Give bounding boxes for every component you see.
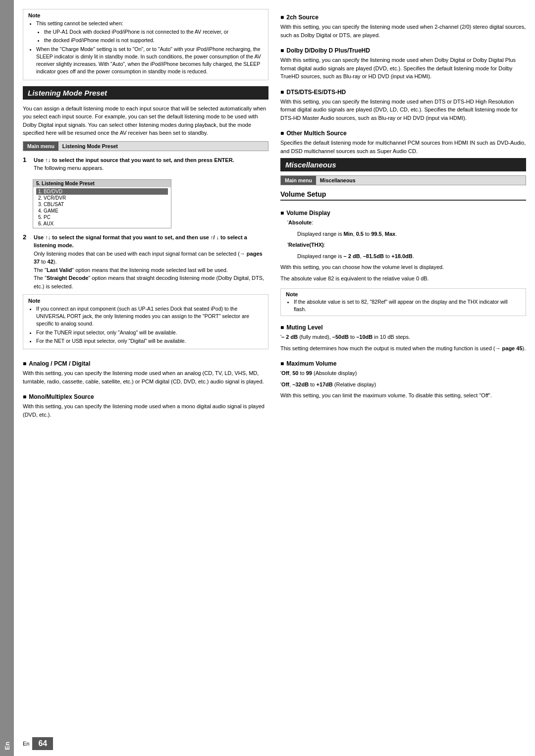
volume-display-extra: The absolute value 82 is equivalent to t…	[280, 274, 526, 283]
max-vol-option2: 'Off, –32dB to +17dB (Relative display)	[280, 380, 526, 389]
menu-item-3: 4. GAME	[36, 208, 168, 214]
menu-screen: 5. Listening Mode Preset 1. BD/DVD 2. VC…	[33, 179, 171, 228]
menu-screen-header: 5. Listening Mode Preset	[33, 180, 171, 187]
step2-note-list: If you connect an input component (such …	[28, 305, 263, 345]
dolby-d-heading: Dolby D/Dolby D Plus/TrueHD	[280, 47, 526, 54]
menu-item-0: 1. BD/DVD	[36, 188, 168, 195]
muting-level-body2: This setting determines how much the out…	[280, 344, 526, 353]
miscellaneous-title: Miscellaneous	[280, 158, 526, 171]
menu-bar-label: Main menu	[23, 142, 58, 151]
top-note-box: Note This setting cannot be selected whe…	[23, 9, 268, 80]
menu-item-5: 6. AUX	[36, 220, 168, 227]
content-area: Note This setting cannot be selected whe…	[14, 0, 535, 756]
menu-item-4: 5. PC	[36, 214, 168, 220]
analog-pcm-digital-heading: Analog / PCM / Digital	[23, 360, 268, 367]
sub-note-list: the UP-A1 Dock with docked iPod/iPhone i…	[36, 28, 263, 44]
mono-multiplex-heading: Mono/Multiplex Source	[23, 393, 268, 400]
right-column: 2ch Source With this setting, you can sp…	[280, 9, 526, 747]
volume-display-note-title: Note	[286, 291, 521, 297]
option2-label-line: 'Relative(THX):	[287, 241, 526, 249]
top-note-list: This setting cannot be selected when: th…	[28, 20, 263, 76]
note-subitem-1: the UP-A1 Dock with docked iPod/iPhone i…	[44, 28, 263, 36]
dts-body: With this setting, you can specify the l…	[280, 98, 526, 122]
analog-pcm-digital-body: With this setting, you can specify the l…	[23, 369, 268, 385]
step2-note-title: Note	[28, 298, 263, 304]
option1-label: Absolute	[288, 219, 312, 225]
option1-label-line: 'Absolute:	[287, 218, 526, 227]
volume-display-body: With this setting, you can choose how th…	[280, 263, 526, 271]
step-2-note-1: Only listening modes that can be used wi…	[34, 251, 263, 265]
other-multich-body: Specifies the default listening mode for…	[280, 139, 526, 155]
other-multich-heading: Other Multich Source	[280, 130, 526, 137]
left-bar: En	[0, 0, 14, 756]
option2-text: Displayed range is – 2 dB, –81.5dB to +1…	[287, 252, 526, 261]
volume-display-note-item: If the absolute value is set to 82, "82R…	[294, 298, 521, 313]
volume-display-note-list: If the absolute value is set to 82, "82R…	[286, 298, 521, 313]
max-vol-option1: 'Off, 50 to 99 (Absolute display)	[280, 369, 526, 378]
volume-display-note-box: Note If the absolute value is set to 82,…	[280, 288, 526, 316]
listening-mode-preset-title: Listening Mode Preset	[23, 86, 268, 100]
step-1-num: 1	[23, 156, 32, 172]
volume-display-heading: Volume Display	[280, 210, 526, 216]
option1-text: Displayed range is Min, 0.5 to 99.5, Max…	[287, 230, 526, 238]
side-page-label: En	[3, 742, 11, 750]
step-1-text: Use ↑↓ to select the input source that y…	[34, 156, 234, 172]
step-2: 2 Use ↑↓ to select the signal format tha…	[23, 233, 268, 291]
step-2-note-3: The "Straight Decode" option means that …	[34, 275, 264, 289]
page: En Note This setting cannot be selected …	[0, 0, 535, 756]
left-column: Note This setting cannot be selected whe…	[23, 9, 268, 747]
misc-menu-bar-value: Miscellaneous	[316, 176, 526, 185]
step2-note-item-3: For the NET or USB input selector, only …	[36, 337, 263, 345]
en-label: En	[23, 741, 29, 747]
page-number: 64	[32, 737, 53, 750]
step-1: 1 Use ↑↓ to select the input source that…	[23, 156, 268, 172]
menu-item-2: 3. CBL/SAT	[36, 201, 168, 208]
maximum-volume-heading: Maximum Volume	[280, 360, 526, 367]
2ch-source-heading: 2ch Source	[280, 14, 526, 21]
page-footer: En 64	[14, 737, 535, 750]
2ch-source-body: With this setting, you can specify the l…	[280, 23, 526, 39]
listening-mode-intro: You can assign a default listening mode …	[23, 105, 268, 137]
step2-note-item-1: If you connect an input component (such …	[36, 305, 263, 328]
menu-screen-items: 1. BD/DVD 2. VCR/DVR 3. CBL/SAT 4. GAME …	[33, 187, 171, 228]
step2-note-box: Note If you connect an input component (…	[23, 294, 268, 349]
listening-mode-menu-bar: Main menu Listening Mode Preset	[23, 141, 268, 151]
dolby-d-body: With this setting, you can specify the l…	[280, 56, 526, 81]
top-note-title: Note	[28, 12, 263, 18]
step-2-num: 2	[23, 233, 32, 291]
step-2-note-2: The "Last Valid" option means that the l…	[34, 267, 228, 273]
muting-level-heading: Muting Level	[280, 324, 526, 331]
dts-heading: DTS/DTS-ES/DTS-HD	[280, 89, 526, 96]
volume-setup-heading: Volume Setup	[280, 190, 526, 201]
note-subitem-2: the docked iPod/iPhone model is not supp…	[44, 37, 263, 44]
option2-label: Relative(THX)	[288, 242, 324, 248]
menu-bar-value: Listening Mode Preset	[58, 142, 268, 151]
step-1-sub: The following menu appears.	[34, 165, 104, 171]
step2-note-item-2: For the TUNER input selector, only "Anal…	[36, 329, 263, 336]
menu-item-1: 2. VCR/DVR	[36, 195, 168, 201]
max-vol-body: With this setting, you can limit the max…	[280, 391, 526, 400]
misc-menu-bar-label: Main menu	[281, 176, 316, 185]
misc-menu-bar: Main menu Miscellaneous	[280, 175, 526, 185]
step-2-text: Use ↑↓ to select the signal format that …	[34, 233, 268, 291]
muting-level-body1: '– 2 dB (fully muted), –50dB to –10dB in…	[280, 333, 526, 341]
mono-multiplex-body: With this setting, you can specify the l…	[23, 402, 268, 419]
note-item-2: When the "Charge Mode" setting is set to…	[36, 46, 263, 76]
volume-display-options: 'Absolute: Displayed range is Min, 0.5 t…	[280, 218, 526, 263]
note-item-1: This setting cannot be selected when:	[36, 20, 263, 27]
